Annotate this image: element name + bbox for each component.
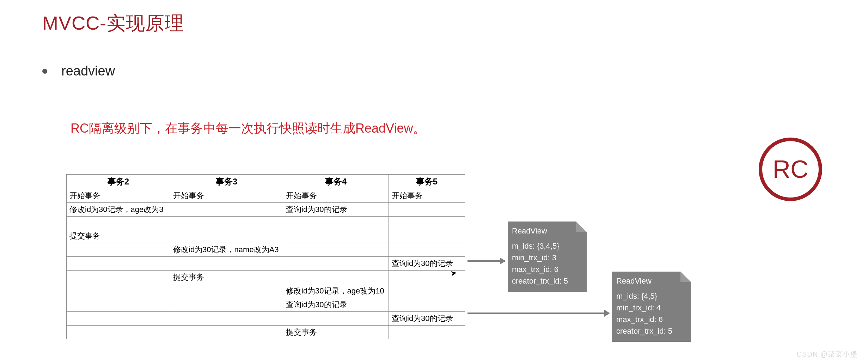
- table-cell: [389, 284, 465, 298]
- table-cell: [170, 229, 283, 243]
- transaction-table: 事务2 事务3 事务4 事务5 开始事务开始事务开始事务开始事务修改id为30记…: [66, 174, 465, 339]
- table-cell: 提交事务: [67, 229, 170, 243]
- note-line: min_trx_id: 4: [616, 302, 687, 314]
- table-cell: 查询id为30的记录: [389, 312, 465, 326]
- table-cell: 开始事务: [170, 189, 283, 203]
- note-line: min_trx_id: 3: [512, 252, 582, 263]
- table-header: 事务3: [170, 175, 283, 189]
- note-line: max_trx_id: 6: [512, 263, 582, 275]
- note-line: m_ids: {4,5}: [616, 290, 687, 302]
- table-cell: [67, 326, 170, 339]
- table-cell: [170, 284, 283, 298]
- readview-note-1: ReadView m_ids: {3,4,5} min_trx_id: 3 ma…: [508, 222, 587, 292]
- table-cell: [67, 298, 170, 312]
- table-cell: [389, 326, 465, 339]
- table-cell: [389, 203, 465, 217]
- sub-heading: RC隔离级别下，在事务中每一次执行快照读时生成ReadView。: [71, 120, 426, 137]
- table-cell: [283, 257, 389, 271]
- table-cell: [389, 298, 465, 312]
- table-cell: 查询id为30的记录: [283, 298, 389, 312]
- table-row: 修改id为30记录，age改为3查询id为30的记录: [67, 203, 465, 217]
- table-cell: 查询id为30的记录: [283, 203, 389, 217]
- table-cell: 提交事务: [283, 326, 389, 339]
- table-cell: [283, 271, 389, 284]
- table-row: [67, 217, 465, 229]
- table-cell: [170, 257, 283, 271]
- table-cell: [170, 217, 283, 229]
- table-cell: [170, 326, 283, 339]
- table-cell: [283, 312, 389, 326]
- table-header: 事务4: [283, 175, 389, 189]
- table-cell: [170, 298, 283, 312]
- table-header: 事务2: [67, 175, 170, 189]
- table-row: 修改id为30记录，name改为A3: [67, 243, 465, 257]
- table-row: 提交事务: [67, 229, 465, 243]
- note-line: m_ids: {3,4,5}: [512, 240, 582, 252]
- table-cell: [67, 312, 170, 326]
- table-cell: 修改id为30记录，age改为3: [67, 203, 170, 217]
- table-cell: [283, 243, 389, 257]
- readview-note-2: ReadView m_ids: {4,5} min_trx_id: 4 max_…: [612, 272, 691, 342]
- table-row: 提交事务: [67, 326, 465, 339]
- arrow-icon: [467, 313, 609, 314]
- arrow-icon: [467, 260, 505, 262]
- table-row: 查询id为30的记录: [67, 257, 465, 271]
- table-cell: [67, 271, 170, 284]
- bullet-text: readview: [61, 63, 115, 79]
- table-cell: [170, 312, 283, 326]
- table-cell: [389, 229, 465, 243]
- table-cell: [389, 243, 465, 257]
- note-line: max_trx_id: 6: [616, 314, 687, 325]
- table-header: 事务5: [389, 175, 465, 189]
- table-cell: 修改id为30记录，name改为A3: [170, 243, 283, 257]
- rc-badge-text: RC: [772, 155, 808, 183]
- watermark: CSDN @菜菜小堡: [796, 350, 857, 359]
- table-cell: 提交事务: [170, 271, 283, 284]
- note-line: creator_trx_id: 5: [616, 325, 687, 337]
- table-row: 提交事务: [67, 271, 465, 284]
- table-row: 查询id为30的记录: [67, 298, 465, 312]
- rc-badge: RC: [759, 138, 822, 201]
- table-cell: 开始事务: [389, 189, 465, 203]
- table-cell: [67, 257, 170, 271]
- note-line: creator_trx_id: 5: [512, 275, 582, 287]
- slide-title: MVCC-实现原理: [42, 11, 184, 36]
- table-header-row: 事务2 事务3 事务4 事务5: [67, 175, 465, 189]
- table-row: 修改id为30记录，age改为10: [67, 284, 465, 298]
- table-cell: [389, 217, 465, 229]
- table-row: 开始事务开始事务开始事务开始事务: [67, 189, 465, 203]
- table-cell: [67, 284, 170, 298]
- table-cell: 开始事务: [283, 189, 389, 203]
- table-cell: 开始事务: [67, 189, 170, 203]
- table-body: 开始事务开始事务开始事务开始事务修改id为30记录，age改为3查询id为30的…: [67, 189, 465, 339]
- table-cell: [67, 243, 170, 257]
- bullet-dot-icon: [42, 69, 47, 74]
- table-row: 查询id为30的记录: [67, 312, 465, 326]
- table-cell: [283, 217, 389, 229]
- table-cell: [170, 203, 283, 217]
- table-cell: 查询id为30的记录: [389, 257, 465, 271]
- table-cell: [67, 217, 170, 229]
- bullet-item: readview: [42, 63, 115, 79]
- table-cell: [283, 229, 389, 243]
- note-title: ReadView: [512, 225, 582, 237]
- note-title: ReadView: [616, 275, 687, 287]
- table-cell: 修改id为30记录，age改为10: [283, 284, 389, 298]
